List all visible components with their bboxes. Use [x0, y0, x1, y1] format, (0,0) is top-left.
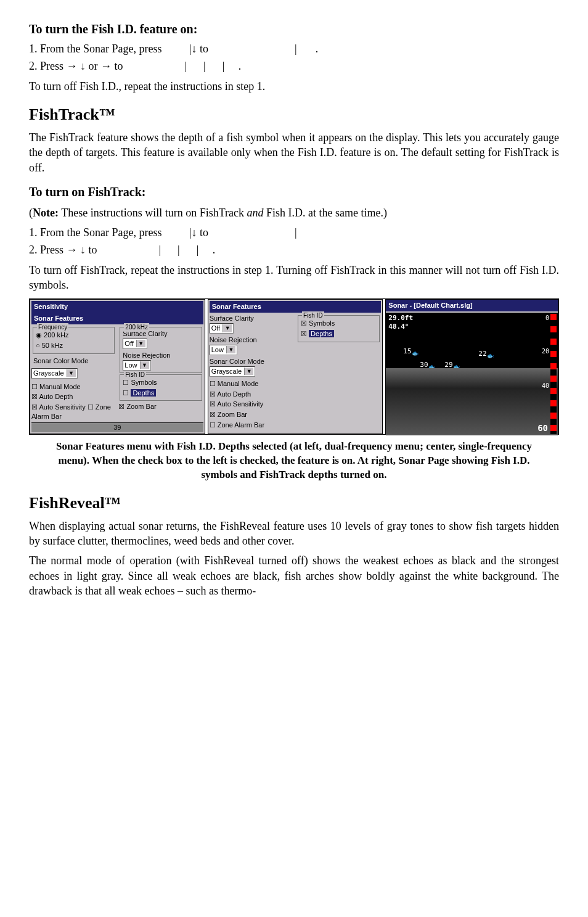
settings-200-box: 200 kHz Surface Clarity Off▼ Noise Rejec…: [120, 327, 202, 373]
panel1-titlebar: Sensitivity: [31, 301, 203, 313]
fishid-box-2: Fish ID Symbols Depths: [298, 315, 380, 342]
ruler-0: 0: [545, 314, 549, 323]
fish-depth-15: 15🐟: [403, 347, 418, 358]
depths-check-2[interactable]: Depths: [301, 329, 377, 339]
panel3-titlebar: Sonar - [Default Chart.slg]: [386, 300, 558, 311]
ft-step1-b: |↓ to: [189, 225, 208, 240]
fish-depth-22: 22🐟: [478, 350, 493, 360]
p2-zone-alarm-check[interactable]: Zone Alarm Bar: [210, 421, 294, 430]
ft-step2-a: 2. Press → ↓ to: [29, 242, 97, 257]
ft-step1-a: 1. From the Sonar Page, press: [29, 225, 165, 240]
p2-manual-check[interactable]: Manual Mode: [210, 379, 294, 389]
p2-noise-rej-dropdown[interactable]: Low▼: [210, 345, 237, 355]
fishid-box-1: Fish ID Symbols Depths: [120, 374, 202, 401]
step2-text-c: | | | .: [185, 59, 242, 73]
fishtrack-note: (Note: These instructions will turn on F…: [29, 205, 559, 220]
fishtrack-heading: FishTrack™: [29, 104, 559, 125]
screenshot-caption: Sonar Features menu with Fish I.D. Depth…: [41, 440, 547, 482]
step1-text-c: |: [295, 41, 297, 56]
frequency-box: Frequency 200 kHz 50 kHz: [33, 327, 115, 354]
sonar-color-label: Sonar Color Mode: [33, 356, 114, 366]
ruler-40: 40: [542, 382, 549, 390]
fishtrack-para: The FishTrack feature shows the depth of…: [29, 130, 559, 175]
p2-grayscale-dropdown[interactable]: Grayscale▼: [210, 366, 256, 377]
p2-auto-depth-check[interactable]: Auto Depth: [210, 390, 294, 399]
panel2-titlebar: Sonar Features: [210, 301, 382, 313]
sonar-display: 29.0ft 48.4° 15🐟 22🐟 29🐟 30🐟 0 20 40 60: [386, 313, 558, 435]
auto-depth-check[interactable]: Auto Depth: [31, 392, 116, 401]
depth-readout: 29.0ft: [388, 314, 413, 323]
step-1-fishid: 1. From the Sonar Page, press |↓ to | .: [29, 41, 559, 56]
symbols-check-1[interactable]: Symbols: [123, 378, 198, 387]
step1-text-a: 1. From the Sonar Page, press: [29, 41, 165, 56]
ft-step2-b: | | | .: [159, 242, 216, 257]
surf-clarity-dropdown[interactable]: Off▼: [123, 339, 147, 349]
p2-surf-clarity-dropdown[interactable]: Off▼: [210, 323, 234, 334]
fishreveal-p2: The normal mode of operation (with FishR…: [29, 553, 559, 598]
step1-text-d: .: [316, 41, 319, 56]
depth-ruler: [550, 314, 557, 434]
panel1-footer-number: 39: [31, 422, 203, 432]
noise-rej-dropdown[interactable]: Low▼: [123, 360, 150, 371]
radio-50khz[interactable]: 50 kHz: [36, 341, 112, 350]
step1-text-b: |↓ to: [189, 41, 208, 56]
panel-sonar-page: Sonar - [Default Chart.slg] 29.0ft 48.4°…: [385, 299, 558, 434]
fishreveal-heading: FishReveal™: [29, 492, 559, 514]
panel-dual-freq: Sensitivity Sonar Features Frequency 200…: [30, 299, 205, 434]
symbols-check-2[interactable]: Symbols: [301, 319, 377, 328]
ft-step1-c: |: [295, 225, 297, 240]
fishtrack-step-1: 1. From the Sonar Page, press |↓ to |: [29, 225, 559, 240]
fishtrack-step-2: 2. Press → ↓ to | | | .: [29, 242, 559, 257]
p2-zoom-bar-check[interactable]: Zoom Bar: [210, 410, 294, 419]
depth-60: 60: [537, 422, 548, 434]
ruler-20: 20: [542, 347, 549, 356]
zoom-bar-check[interactable]: Zoom Bar: [118, 402, 203, 411]
fishid-off-note: To turn off Fish I.D., repeat the instru…: [29, 79, 559, 94]
depths-check-1[interactable]: Depths: [123, 389, 198, 398]
manual-mode-check[interactable]: Manual Mode: [31, 382, 116, 392]
section-title-fishid-on: To turn the Fish I.D. feature on:: [29, 21, 559, 38]
fishtrack-subheading: To turn on FishTrack:: [29, 184, 559, 200]
fishreveal-p1: When displaying actual sonar returns, th…: [29, 519, 559, 549]
step-2-fishid: 2. Press → ↓ or → to | | | .: [29, 59, 559, 73]
grayscale-dropdown[interactable]: Grayscale▼: [31, 368, 78, 379]
step2-text-a: 2. Press → ↓ or → to: [29, 59, 123, 73]
radio-200khz[interactable]: 200 kHz: [36, 331, 112, 340]
temp-readout: 48.4°: [388, 323, 409, 332]
panel-single-freq: Sonar Features Surface Clarity Off▼ Nois…: [208, 299, 383, 434]
fishtrack-off-para: To turn off FishTrack, repeat the instru…: [29, 263, 559, 293]
auto-sens-check[interactable]: Auto Sensitivity Zone Alarm Bar: [31, 403, 116, 421]
screenshot-row: Sensitivity Sonar Features Frequency 200…: [29, 298, 559, 434]
p2-auto-sens-check[interactable]: Auto Sensitivity: [210, 400, 294, 409]
lake-floor: [386, 368, 558, 435]
